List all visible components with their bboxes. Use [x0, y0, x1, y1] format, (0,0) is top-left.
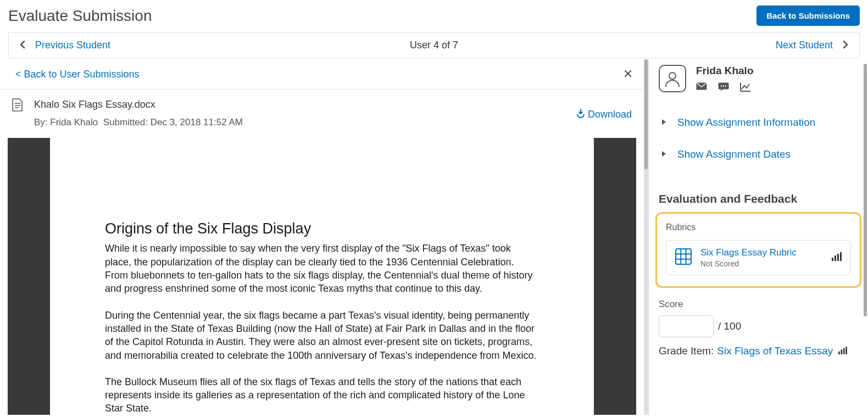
student-position: User 4 of 7 — [410, 40, 458, 51]
avatar — [659, 65, 686, 92]
student-name: Frida Khalo — [696, 65, 858, 77]
rubrics-section-highlight: Rubrics Six Flags Essay Rubric Not Score… — [655, 212, 861, 288]
document-page: Origins of the Six Flags Display While i… — [50, 138, 594, 415]
next-student-link[interactable]: Next Student — [776, 40, 833, 51]
rubric-grid-icon — [675, 248, 692, 267]
previous-student-link[interactable]: Previous Student — [35, 40, 110, 51]
svg-rect-16 — [837, 254, 839, 261]
email-icon[interactable] — [696, 82, 707, 94]
score-label: Score — [659, 299, 858, 310]
back-to-user-submissions-link[interactable]: < Back to User Submissions — [15, 69, 140, 80]
document-icon — [12, 98, 23, 114]
rubric-status: Not Scored — [700, 259, 823, 268]
grade-item-label: Grade Item: — [659, 345, 714, 357]
svg-rect-17 — [840, 252, 842, 261]
file-byline: By: Frida Khalo Submitted: Dec 3, 2018 1… — [34, 114, 565, 131]
svg-rect-9 — [676, 249, 691, 264]
student-nav-bar: Previous Student User 4 of 7 Next Studen… — [8, 32, 860, 58]
svg-rect-15 — [834, 255, 836, 261]
svg-point-8 — [725, 85, 726, 86]
download-icon — [576, 108, 586, 121]
svg-rect-20 — [843, 348, 845, 354]
document-paragraph: The Bullock Museum flies all of the six … — [105, 375, 539, 415]
progress-icon[interactable] — [740, 82, 751, 94]
svg-rect-21 — [845, 347, 847, 354]
triangle-right-icon — [661, 150, 666, 159]
rubrics-label: Rubrics — [666, 223, 851, 232]
evaluation-feedback-heading: Evaluation and Feedback — [659, 192, 858, 205]
file-name: Khalo Six Flags Essay.docx — [34, 95, 565, 114]
close-icon[interactable]: ✕ — [623, 67, 633, 81]
page-title: Evaluate Submission — [8, 7, 152, 25]
rubric-card[interactable]: Six Flags Essay Rubric Not Scored — [666, 240, 851, 275]
show-assignment-dates-toggle[interactable]: Show Assignment Dates — [659, 138, 858, 170]
bar-chart-icon — [832, 252, 842, 263]
svg-rect-18 — [838, 352, 840, 354]
score-max: / 100 — [718, 320, 741, 332]
document-paragraph: While it is nearly impossible to say whe… — [105, 242, 539, 295]
svg-rect-19 — [841, 349, 843, 354]
rubric-name: Six Flags Essay Rubric — [700, 247, 823, 258]
download-link[interactable]: Download — [576, 108, 632, 121]
svg-point-6 — [721, 85, 722, 86]
left-scrollbar[interactable] — [644, 59, 648, 169]
chevron-right-icon[interactable] — [843, 40, 848, 51]
instant-message-icon[interactable] — [718, 82, 729, 94]
document-heading: Origins of the Six Flags Display — [105, 220, 539, 237]
triangle-right-icon — [661, 118, 666, 127]
svg-point-7 — [723, 85, 724, 86]
score-input[interactable] — [659, 315, 714, 337]
right-scrollbar[interactable] — [864, 64, 867, 316]
grade-item-link[interactable]: Six Flags of Texas Essay — [717, 345, 833, 357]
document-viewer[interactable]: Origins of the Six Flags Display While i… — [8, 138, 636, 415]
document-paragraph: During the Centennial year, the six flag… — [105, 309, 539, 362]
back-to-submissions-button[interactable]: Back to Submissions — [756, 5, 860, 26]
bar-chart-icon[interactable] — [838, 345, 847, 357]
show-assignment-info-toggle[interactable]: Show Assignment Information — [659, 107, 858, 138]
svg-rect-14 — [832, 258, 833, 261]
chevron-left-icon[interactable] — [20, 40, 25, 51]
svg-point-3 — [669, 73, 676, 79]
